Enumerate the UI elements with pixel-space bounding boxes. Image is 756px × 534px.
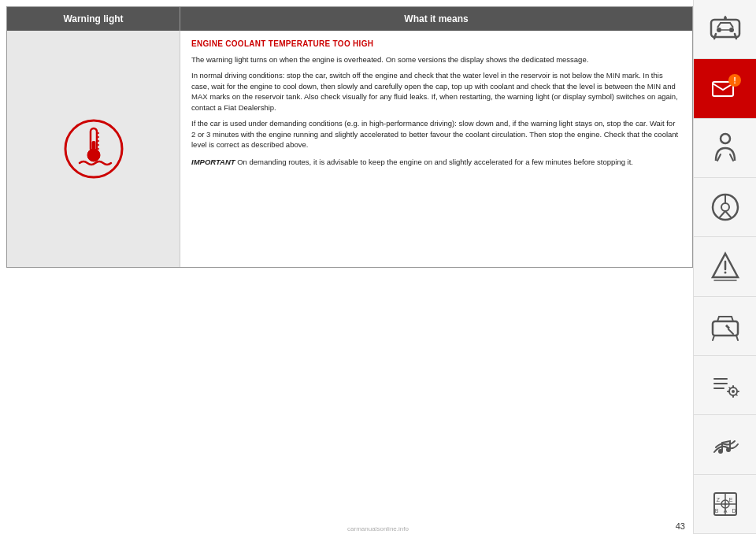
svg-line-25 — [725, 211, 732, 218]
svg-point-27 — [724, 272, 726, 274]
svg-text:E: E — [728, 497, 732, 502]
navigation-icon — [708, 427, 743, 462]
warning-lights-icon: ! — [708, 71, 743, 106]
steering-wheel-icon — [708, 190, 743, 224]
svg-point-41 — [718, 449, 723, 454]
warning-para-3: If the car is used under demanding condi… — [191, 118, 681, 150]
svg-rect-28 — [713, 321, 738, 336]
warning-title: ENGINE COOLANT TEMPERATURE TOO HIGH — [191, 39, 681, 50]
svg-point-52 — [724, 502, 726, 505]
warning-icon-cell — [7, 31, 180, 267]
sidebar-item-person[interactable] — [694, 119, 756, 178]
svg-text:!: ! — [733, 76, 736, 85]
warning-para-2: In normal driving conditions: stop the c… — [191, 70, 681, 113]
header-what-it-means: What it means — [180, 7, 692, 31]
sidebar-item-steering[interactable] — [694, 178, 756, 237]
svg-line-24 — [719, 211, 725, 218]
svg-line-39 — [729, 388, 731, 389]
important-label: IMPORTANT — [191, 158, 237, 166]
svg-rect-3 — [91, 141, 95, 155]
warning-important: IMPORTANT On demanding routes, it is adv… — [191, 157, 681, 168]
sidebar: ! — [693, 0, 756, 534]
sidebar-item-hazard[interactable] — [694, 237, 756, 296]
header-warning-light: Warning light — [7, 7, 180, 31]
coolant-temperature-icon — [62, 117, 125, 180]
svg-line-19 — [717, 154, 721, 161]
svg-point-34 — [732, 390, 735, 393]
svg-point-18 — [721, 134, 730, 143]
sidebar-item-index[interactable]: Z E B A D — [694, 475, 756, 534]
svg-text:B: B — [714, 508, 718, 514]
hazard-icon — [708, 249, 743, 284]
svg-point-22 — [721, 203, 729, 211]
svg-text:Z: Z — [716, 497, 720, 502]
svg-text:D: D — [732, 508, 736, 514]
svg-line-20 — [730, 154, 733, 161]
sidebar-item-warning-lights[interactable]: ! — [694, 59, 756, 118]
important-text: On demanding routes, it is advisable to … — [237, 158, 633, 166]
warning-text-cell: ENGINE COOLANT TEMPERATURE TOO HIGH The … — [180, 31, 692, 267]
warning-para-1: The warning light turns on when the engi… — [191, 54, 681, 65]
svg-point-10 — [717, 28, 721, 32]
page-number: 43 — [676, 521, 685, 531]
watermark: carmanualsonline.info — [0, 525, 756, 532]
car-info-icon — [708, 12, 743, 46]
svg-text:A: A — [723, 508, 727, 514]
main-content: Warning light What it means — [0, 0, 693, 534]
table-body: ENGINE COOLANT TEMPERATURE TOO HIGH The … — [7, 31, 692, 267]
svg-line-40 — [736, 395, 737, 396]
service-icon — [708, 309, 743, 343]
sidebar-item-service[interactable] — [694, 297, 756, 356]
warning-table: Warning light What it means — [6, 6, 693, 268]
svg-point-42 — [726, 447, 731, 452]
svg-point-11 — [729, 28, 734, 32]
sidebar-item-settings[interactable] — [694, 356, 756, 415]
svg-line-29 — [728, 329, 733, 334]
settings-icon — [708, 368, 743, 402]
sidebar-item-car-info[interactable] — [694, 0, 756, 59]
table-header: Warning light What it means — [7, 7, 692, 31]
index-icon: Z E B A D — [708, 487, 743, 521]
person-icon — [708, 131, 743, 165]
sidebar-item-navigation[interactable] — [694, 415, 756, 474]
